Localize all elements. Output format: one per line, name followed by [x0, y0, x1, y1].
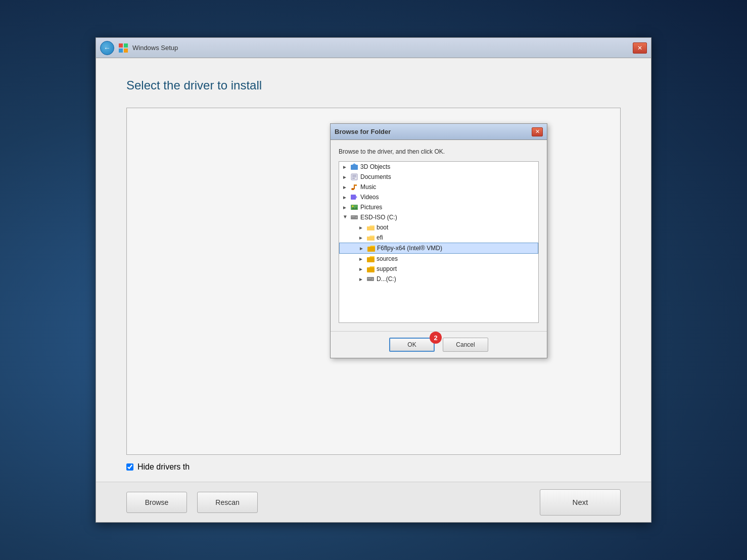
browse-folder-dialog: Browse for Folder ✕ Browse to the driver… — [330, 123, 547, 358]
f6flpy-folder-icon — [367, 245, 375, 252]
hide-drivers-row: Hide drivers th — [126, 462, 621, 472]
folder-tree[interactable]: ► 3D Objects ► — [339, 161, 539, 323]
videos-icon — [350, 194, 358, 201]
support-folder-icon — [366, 265, 375, 272]
tree-item-esdiso[interactable]: ► ESD-ISO (C:) — [339, 212, 538, 222]
tree-item-support[interactable]: ► support — [339, 264, 538, 274]
expand-arrow-pictures: ► — [342, 205, 348, 210]
expand-arrow-documents: ► — [342, 174, 348, 180]
svg-rect-1 — [124, 43, 128, 48]
svg-rect-24 — [367, 257, 375, 262]
svg-rect-25 — [367, 267, 375, 272]
expand-arrow-music: ► — [342, 184, 348, 190]
browse-button[interactable]: Browse — [126, 492, 187, 513]
svg-rect-0 — [119, 43, 123, 48]
boot-folder-icon — [366, 224, 375, 231]
svg-rect-22 — [367, 237, 375, 241]
expand-arrow-boot: ► — [358, 225, 364, 230]
sources-folder-icon — [366, 255, 375, 262]
tree-item-music[interactable]: ► Music — [339, 182, 538, 192]
svg-rect-3 — [124, 49, 128, 53]
cancel-button[interactable]: Cancel — [443, 338, 488, 352]
expand-arrow-videos: ► — [342, 195, 348, 200]
hide-drivers-checkbox[interactable] — [126, 463, 133, 471]
dialog-close-button[interactable]: ✕ — [532, 127, 543, 136]
expand-arrow-esdiso: ► — [343, 214, 348, 220]
tree-item-sources[interactable]: ► sources — [339, 254, 538, 264]
tree-label-efi: efi — [377, 234, 383, 241]
tree-item-3dobjects[interactable]: ► 3D Objects — [339, 162, 538, 172]
tree-item-documents[interactable]: ► Documents — [339, 172, 538, 182]
svg-rect-21 — [367, 226, 375, 230]
svg-rect-4 — [351, 165, 358, 170]
svg-rect-2 — [119, 49, 123, 53]
rescan-button[interactable]: Rescan — [197, 492, 258, 513]
svg-rect-23 — [367, 247, 375, 252]
bottom-bar: Browse Rescan Next — [96, 482, 651, 522]
tree-label-3dobjects: 3D Objects — [360, 163, 390, 170]
efi-folder-icon — [366, 234, 375, 241]
expand-arrow-efi: ► — [358, 235, 364, 241]
tree-item-f6flpy[interactable]: ► F6flpy-x64 (Intel® VMD) — [339, 243, 538, 254]
main-window: ← Windows Setup ✕ Select the driver to i… — [96, 37, 651, 523]
tree-item-boot[interactable]: ► boot — [339, 222, 538, 232]
windows-setup-icon — [118, 43, 128, 53]
expand-arrow-sources: ► — [358, 256, 364, 262]
dialog-instruction: Browse to the driver, and then click OK. — [339, 148, 539, 155]
tree-label-music: Music — [360, 183, 376, 191]
tree-label-f6flpy: F6flpy-x64 (Intel® VMD) — [377, 245, 442, 252]
dialog-content: Browse to the driver, and then click OK.… — [331, 140, 547, 331]
tree-item-efi[interactable]: ► efi — [339, 232, 538, 243]
svg-point-16 — [352, 206, 354, 207]
music-icon — [350, 183, 358, 191]
expand-arrow-support: ► — [358, 266, 364, 272]
page-title: Select the driver to install — [126, 78, 621, 92]
tree-item-videos[interactable]: ► Videos — [339, 192, 538, 202]
hide-drivers-label: Hide drivers th — [137, 462, 190, 472]
dialog-title-bar: Browse for Folder ✕ — [331, 124, 547, 140]
expand-arrow-3dobjects: ► — [342, 164, 348, 170]
tree-label-boot: boot — [377, 224, 388, 231]
svg-marker-14 — [356, 196, 357, 199]
svg-rect-7 — [352, 175, 356, 176]
tree-label-esdiso: ESD-ISO (C:) — [360, 214, 397, 221]
expand-arrow-more: ► — [358, 276, 364, 282]
inner-box: Browse for Folder ✕ Browse to the driver… — [126, 108, 621, 455]
tree-label-support: support — [377, 265, 397, 272]
svg-rect-9 — [352, 178, 355, 179]
svg-rect-28 — [367, 278, 371, 279]
dialog-title: Browse for Folder — [335, 128, 391, 135]
back-button[interactable]: ← — [100, 41, 114, 55]
content-area: Select the driver to install Browse for … — [96, 58, 651, 482]
pictures-icon — [350, 204, 358, 211]
svg-rect-12 — [354, 184, 357, 186]
tree-label-videos: Videos — [360, 194, 379, 201]
tree-item-more[interactable]: ► D...(C:) — [339, 274, 538, 284]
tree-item-pictures[interactable]: ► Pictures — [339, 202, 538, 212]
svg-rect-13 — [351, 195, 356, 200]
svg-marker-5 — [352, 163, 356, 165]
tree-label-documents: Documents — [360, 173, 391, 180]
more-drive-icon — [366, 275, 375, 283]
3dobjects-icon — [350, 163, 358, 170]
expand-arrow-f6flpy: ► — [359, 246, 365, 251]
window-title: Windows Setup — [132, 44, 629, 52]
next-button[interactable]: Next — [540, 489, 621, 516]
drive-icon — [350, 214, 358, 221]
svg-point-19 — [356, 217, 357, 218]
svg-rect-20 — [351, 216, 355, 217]
tree-label-more: D...(C:) — [377, 275, 396, 283]
ok-button[interactable]: OK — [389, 338, 435, 352]
svg-rect-8 — [352, 176, 356, 177]
title-bar: ← Windows Setup ✕ — [96, 38, 651, 58]
dialog-footer: OK 2 Cancel — [331, 331, 547, 358]
tree-label-pictures: Pictures — [360, 204, 382, 211]
badge-2: 2 — [430, 332, 442, 344]
tree-label-sources: sources — [377, 255, 398, 262]
svg-point-27 — [372, 278, 374, 280]
close-button[interactable]: ✕ — [633, 42, 647, 54]
documents-icon — [350, 173, 358, 180]
